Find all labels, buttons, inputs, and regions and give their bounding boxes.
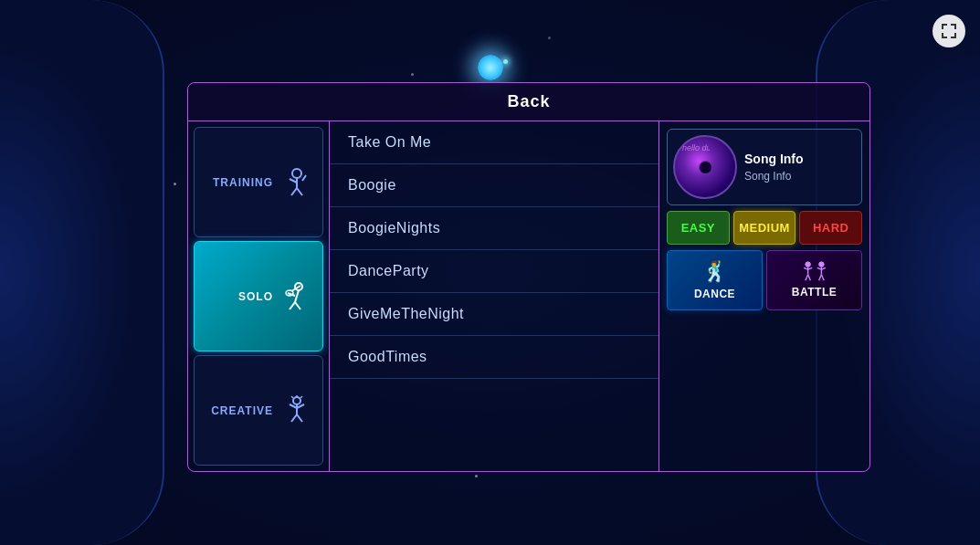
song-info-label: Song Info (744, 152, 804, 166)
svg-point-29 (818, 262, 824, 267)
bg-arch-left (0, 0, 164, 545)
battle-label: BATTLE (792, 286, 837, 299)
svg-line-7 (295, 290, 299, 302)
song-item-1[interactable]: Boogie (330, 164, 659, 207)
right-panel: hello dub Song Info Song Info EASY MEDIU… (659, 121, 869, 471)
gamemode-row: 🕺 DANCE (667, 250, 862, 310)
battle-icon (802, 260, 827, 282)
svg-line-2 (290, 179, 297, 183)
svg-text:hello dub: hello dub (682, 143, 710, 152)
difficulty-row: EASY MEDIUM HARD (667, 211, 862, 245)
svg-line-8 (290, 302, 295, 309)
orb (478, 55, 503, 80)
sidebar-item-training[interactable]: TRAINING (194, 127, 323, 237)
svg-line-5 (302, 175, 306, 181)
svg-line-16 (291, 396, 293, 398)
svg-point-0 (292, 169, 301, 178)
sidebar-item-solo[interactable]: SOLO (194, 241, 323, 351)
gamemode-battle[interactable]: BATTLE (766, 250, 862, 310)
sidebar-item-creative[interactable]: CREATIVE (194, 355, 323, 466)
song-item-4[interactable]: GiveMeTheNight (330, 293, 659, 336)
song-item-3[interactable]: DanceParty (330, 250, 659, 293)
back-button[interactable]: Back (507, 92, 550, 111)
song-info-text: Song Info Song Info (744, 152, 804, 183)
song-item-2[interactable]: BoogieNights (330, 207, 659, 250)
star (411, 73, 414, 76)
svg-line-32 (821, 267, 826, 269)
song-info-box: hello dub Song Info Song Info (667, 129, 862, 205)
svg-line-34 (821, 275, 824, 280)
svg-point-23 (805, 262, 810, 267)
back-bar: Back (188, 83, 869, 121)
song-item-0[interactable]: Take On Me (330, 121, 659, 164)
svg-line-9 (295, 302, 300, 309)
orb-dot (503, 59, 508, 64)
difficulty-hard[interactable]: HARD (799, 211, 862, 245)
main-panel: Back TRAINING SOLO (187, 82, 870, 472)
svg-line-21 (297, 414, 302, 422)
sidebar: TRAINING SOLO (188, 121, 330, 471)
star (174, 183, 176, 185)
star (475, 475, 478, 477)
svg-line-15 (300, 396, 302, 398)
svg-line-4 (297, 188, 302, 195)
difficulty-medium[interactable]: MEDIUM (733, 211, 796, 245)
song-item-5[interactable]: GoodTimes (330, 336, 659, 379)
svg-line-28 (807, 275, 810, 280)
difficulty-easy[interactable]: EASY (667, 211, 730, 245)
album-inner (699, 161, 712, 174)
svg-line-3 (291, 188, 297, 195)
svg-line-27 (805, 275, 807, 280)
expand-button[interactable] (933, 15, 965, 47)
song-list: Take On Me Boogie BoogieNights DancePart… (330, 121, 659, 471)
svg-point-13 (293, 397, 300, 404)
song-info-sub: Song Info (744, 170, 804, 183)
dance-label: DANCE (694, 288, 735, 300)
svg-line-20 (291, 414, 297, 422)
content-area: TRAINING SOLO (188, 121, 869, 471)
svg-line-25 (804, 267, 808, 269)
dance-icon: 🕺 (702, 260, 728, 284)
gamemode-dance[interactable]: 🕺 DANCE (667, 250, 763, 310)
svg-line-33 (818, 275, 821, 280)
star (548, 37, 551, 39)
album-art: hello dub (673, 135, 737, 199)
